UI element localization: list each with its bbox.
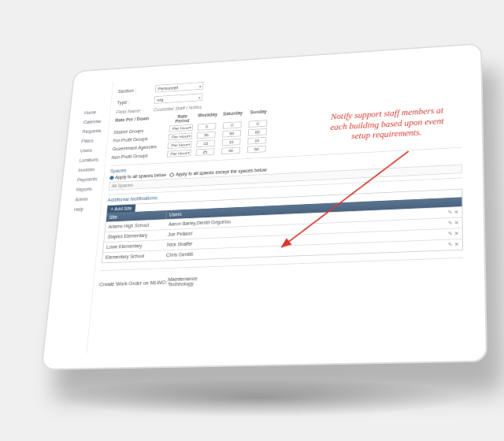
fieldname-value: Custodial Staff / Notes — [154, 105, 202, 112]
rate-period-select[interactable]: Per Hour — [169, 124, 193, 132]
edit-icon[interactable]: ✎ — [448, 209, 453, 215]
radio-apply-all-label: Apply to all spaces below — [115, 172, 166, 180]
rate-saturday[interactable]: 0 — [223, 121, 242, 129]
col-weekday: Weekday — [195, 112, 220, 122]
col-sunday: Sunday — [245, 109, 271, 119]
rate-saturday[interactable]: 15 — [222, 139, 241, 146]
fieldname-label: Field Name : — [116, 108, 154, 115]
rate-saturday[interactable]: 40 — [221, 147, 240, 155]
rate-group: Government Agencies — [113, 143, 169, 151]
section-select[interactable]: Personnel — [155, 82, 204, 93]
delete-icon[interactable]: ✕ — [454, 209, 459, 215]
col-group: Rate Per / Down — [114, 115, 170, 127]
radio-technology-label: Technology — [168, 281, 194, 287]
edit-icon[interactable]: ✎ — [448, 232, 453, 237]
nav-help[interactable]: Help — [72, 203, 101, 214]
rate-sunday[interactable]: 50 — [247, 146, 266, 154]
edit-icon[interactable]: ✎ — [448, 242, 453, 247]
rate-weekday[interactable]: 15 — [196, 140, 215, 148]
type-label: Type : — [117, 98, 154, 105]
delete-icon[interactable]: ✕ — [454, 220, 459, 226]
rate-weekday[interactable]: 35 — [197, 132, 216, 139]
col-rateperiod: Rate Period — [169, 113, 195, 124]
rate-group: Non-Profit Groups — [112, 152, 168, 160]
rate-weekday[interactable]: 0 — [198, 123, 217, 131]
rate-group: For-Profit Groups — [113, 135, 169, 143]
rate-period-select[interactable]: Per Hour — [168, 141, 192, 149]
rate-sunday[interactable]: 15 — [247, 137, 266, 145]
delete-icon[interactable]: ✕ — [454, 242, 459, 247]
screen: Home Calendar Requests Filters Users Loc… — [57, 58, 471, 354]
rate-period-select[interactable]: Per Hour — [167, 150, 191, 158]
rate-sunday[interactable]: 0 — [248, 120, 267, 128]
cell-site: Elementary School — [102, 251, 164, 263]
content: Section : Personnel Type : n/a Field Nam… — [87, 58, 470, 354]
tablet-frame: Home Calendar Requests Filters Users Loc… — [41, 43, 487, 370]
rate-sunday[interactable]: 60 — [248, 128, 267, 136]
section-label: Section : — [118, 87, 156, 94]
rate-group: District Groups — [114, 127, 169, 135]
rate-weekday[interactable]: 25 — [195, 148, 214, 156]
workorder-label: Create Work Order on MLWO: — [99, 280, 168, 287]
col-saturday: Saturday — [220, 110, 246, 120]
delete-icon[interactable]: ✕ — [454, 231, 459, 236]
rate-period-select[interactable]: Per Hour — [169, 132, 193, 140]
rate-saturday[interactable]: 50 — [222, 130, 241, 138]
edit-icon[interactable]: ✎ — [448, 220, 453, 226]
type-select[interactable]: n/a — [154, 93, 203, 103]
radio-apply-all[interactable] — [109, 176, 114, 180]
radio-apply-except[interactable] — [170, 173, 175, 177]
